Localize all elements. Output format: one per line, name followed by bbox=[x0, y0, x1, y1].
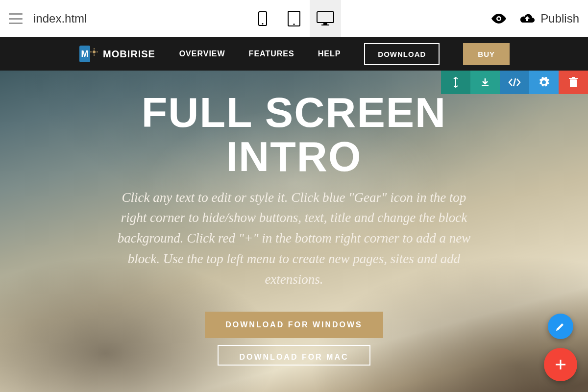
tool-delete-button[interactable] bbox=[559, 71, 588, 94]
hero-subtitle[interactable]: Click any text to edit or style it. Clic… bbox=[108, 188, 480, 290]
nav-link-features[interactable]: FEATURES bbox=[249, 49, 294, 58]
device-phone-button[interactable] bbox=[247, 0, 278, 37]
publish-label: Publish bbox=[540, 12, 579, 25]
svg-point-1 bbox=[262, 23, 264, 24]
svg-rect-17 bbox=[572, 77, 575, 78]
fab-edit-button[interactable] bbox=[548, 314, 573, 339]
nav-buy-button[interactable]: BUY bbox=[463, 43, 510, 65]
file-name: index.html bbox=[33, 12, 87, 25]
nav-links: OVERVIEW FEATURES HELP DOWNLOAD BUY bbox=[179, 43, 510, 65]
svg-point-3 bbox=[294, 24, 295, 25]
pencil-icon bbox=[555, 321, 566, 332]
move-icon bbox=[451, 77, 461, 88]
nav-link-overview[interactable]: OVERVIEW bbox=[179, 49, 225, 58]
app-toolbar: index.html Publish bbox=[0, 0, 588, 37]
preview-button[interactable] bbox=[490, 13, 507, 24]
download-icon bbox=[480, 77, 490, 87]
device-switcher bbox=[247, 0, 341, 37]
svg-rect-4 bbox=[317, 12, 334, 23]
svg-rect-5 bbox=[323, 23, 327, 24]
download-mac-button[interactable]: DOWNLOAD FOR MAC bbox=[218, 345, 370, 366]
desktop-icon bbox=[317, 11, 334, 26]
hero-buttons: DOWNLOAD FOR WINDOWS DOWNLOAD FOR MAC bbox=[205, 312, 383, 366]
fab-add-button[interactable] bbox=[544, 348, 577, 381]
phone-icon bbox=[258, 11, 267, 26]
brand-name: MOBIRISE bbox=[103, 49, 155, 60]
toolbar-right: Publish bbox=[490, 12, 579, 25]
svg-rect-16 bbox=[569, 78, 578, 79]
nav-download-button[interactable]: DOWNLOAD bbox=[364, 43, 440, 65]
eye-icon bbox=[490, 13, 507, 24]
block-tools bbox=[441, 71, 588, 94]
tablet-icon bbox=[288, 11, 300, 26]
tool-move-button[interactable] bbox=[441, 71, 470, 94]
site-navbar: M MOBIRISE OVERVIEW FEATURES HELP DOWNLO… bbox=[0, 37, 588, 71]
svg-rect-14 bbox=[482, 85, 489, 86]
plus-icon bbox=[554, 358, 567, 371]
tool-code-button[interactable] bbox=[500, 71, 529, 94]
hero-title[interactable]: FULL SCREEN INTRO bbox=[142, 90, 446, 179]
svg-rect-15 bbox=[570, 79, 577, 87]
menu-icon[interactable] bbox=[9, 13, 23, 24]
download-windows-button[interactable]: DOWNLOAD FOR WINDOWS bbox=[205, 312, 383, 338]
svg-point-8 bbox=[498, 18, 500, 20]
hero-title-line1: FULL SCREEN bbox=[142, 89, 446, 136]
hero-title-line2: INTRO bbox=[226, 133, 362, 180]
gear-icon bbox=[539, 77, 549, 88]
tool-settings-button[interactable] bbox=[529, 71, 559, 94]
device-desktop-button[interactable] bbox=[310, 0, 341, 37]
device-tablet-button[interactable] bbox=[278, 0, 310, 37]
code-icon bbox=[508, 78, 521, 87]
nav-link-help[interactable]: HELP bbox=[318, 49, 341, 58]
svg-rect-6 bbox=[321, 24, 329, 25]
cloud-upload-icon bbox=[519, 13, 536, 24]
hero-block[interactable]: FULL SCREEN INTRO Click any text to edit… bbox=[0, 71, 588, 392]
publish-button[interactable]: Publish bbox=[519, 12, 579, 25]
svg-point-9 bbox=[93, 50, 96, 53]
trash-icon bbox=[569, 77, 578, 88]
brand[interactable]: M MOBIRISE bbox=[78, 45, 155, 63]
brand-logo-icon: M bbox=[78, 45, 96, 63]
tool-download-button[interactable] bbox=[470, 71, 500, 94]
